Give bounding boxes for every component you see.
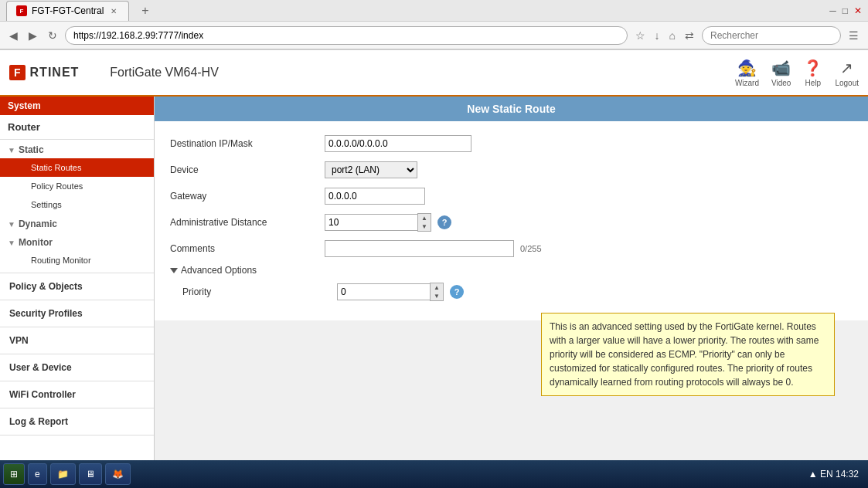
download-button[interactable]: ↓: [652, 28, 663, 43]
advanced-options-expand-icon: [170, 268, 178, 273]
priority-row: Priority ▲ ▼ ?: [170, 282, 853, 302]
tray-text: ▲ EN 14:32: [808, 469, 859, 480]
dest-ip-input[interactable]: [325, 135, 471, 152]
comments-label: Comments: [170, 243, 325, 254]
video-icon: 📹: [771, 59, 791, 77]
logo-text: RTINET: [30, 66, 80, 80]
close-window-button[interactable]: ✕: [854, 5, 862, 16]
sidebar-item-router[interactable]: Router: [0, 115, 154, 140]
start-icon: ⊞: [10, 469, 18, 480]
home-button[interactable]: ⌂: [666, 28, 679, 43]
new-tab-button[interactable]: +: [135, 1, 155, 21]
expand-dynamic-icon: ▼: [8, 220, 15, 229]
sidebar-item-policy-objects[interactable]: Policy & Objects: [0, 273, 154, 300]
device-control: port2 (LAN): [325, 161, 417, 178]
sync-button[interactable]: ⇄: [682, 28, 697, 43]
dynamic-label: Dynamic: [19, 219, 57, 229]
menu-button[interactable]: ☰: [846, 28, 862, 43]
admin-dist-label: Administrative Distance: [170, 217, 325, 228]
sidebar-item-security-profiles[interactable]: Security Profiles: [0, 300, 154, 327]
restore-button[interactable]: □: [842, 5, 848, 16]
expand-static-icon: ▼: [8, 146, 15, 154]
sidebar-item-wifi-controller[interactable]: WiFi Controller: [0, 381, 154, 408]
back-button[interactable]: ◀: [6, 28, 21, 43]
refresh-button[interactable]: ↻: [45, 28, 60, 43]
priority-spin-btns: ▲ ▼: [430, 283, 444, 301]
priority-input[interactable]: [337, 283, 430, 300]
comments-input[interactable]: [325, 240, 514, 257]
wizard-action[interactable]: 🧙 Wizard: [735, 59, 759, 87]
sidebar-item-log-report[interactable]: Log & Report: [0, 408, 154, 435]
admin-dist-input[interactable]: [325, 214, 417, 231]
video-label: Video: [771, 79, 791, 87]
admin-dist-up-button[interactable]: ▲: [418, 214, 431, 222]
admin-dist-spinner: ▲ ▼: [325, 213, 431, 232]
main-content: New Static Route Destination IP/Mask Dev…: [155, 97, 868, 488]
taskbar-firefox-button[interactable]: 🦊: [105, 463, 131, 485]
firefox-icon: 🦊: [112, 469, 124, 480]
gateway-row: Gateway: [170, 186, 853, 206]
priority-label: Priority: [182, 286, 337, 297]
form-area: Destination IP/Mask Device port2 (LAN) G…: [155, 121, 868, 320]
sidebar-item-policy-routes[interactable]: Policy Routes: [0, 177, 154, 195]
logout-label: Logout: [835, 79, 859, 87]
taskbar: ⊞ e 📁 🖥 🦊 ▲ EN 14:32: [0, 460, 868, 488]
priority-control: ▲ ▼ ?: [337, 283, 464, 301]
priority-tooltip: This is an advanced setting used by the …: [541, 313, 835, 396]
admin-dist-row: Administrative Distance ▲ ▼ ?: [170, 212, 853, 232]
sidebar-group-monitor[interactable]: ▼ Monitor: [0, 232, 154, 251]
device-label: Device: [170, 164, 325, 175]
priority-down-button[interactable]: ▼: [431, 292, 443, 300]
static-label: Static: [19, 144, 44, 155]
help-action[interactable]: ❓ Help: [803, 59, 822, 87]
video-action[interactable]: 📹 Video: [771, 59, 791, 87]
admin-dist-down-button[interactable]: ▼: [418, 222, 431, 231]
comments-control: 0/255: [325, 240, 542, 257]
taskbar-monitor-button[interactable]: 🖥: [79, 463, 102, 485]
sidebar-item-user-device[interactable]: User & Device: [0, 354, 154, 381]
sidebar-group-dynamic[interactable]: ▼ Dynamic: [0, 214, 154, 232]
sidebar-item-routing-monitor[interactable]: Routing Monitor: [0, 251, 154, 269]
sidebar-item-static-routes[interactable]: Static Routes: [0, 158, 154, 177]
dest-ip-control: [325, 135, 471, 152]
address-icons: ☆ ↓ ⌂ ⇄: [632, 28, 697, 43]
fortinet-logo: F RTINET: [9, 65, 79, 80]
device-select[interactable]: port2 (LAN): [325, 161, 417, 178]
tooltip-text: This is an advanced setting used by the …: [550, 321, 819, 388]
sidebar-item-settings[interactable]: Settings: [0, 195, 154, 214]
browser-tab[interactable]: F FGT-FGT-Central ✕: [6, 1, 129, 21]
gateway-input[interactable]: [325, 188, 425, 205]
admin-dist-spin-btns: ▲ ▼: [417, 213, 431, 232]
search-input[interactable]: [702, 26, 841, 45]
taskbar-folder-button[interactable]: 📁: [50, 463, 76, 485]
ie-icon: e: [35, 469, 40, 480]
device-row: Device port2 (LAN): [170, 160, 853, 180]
browser-chrome: F FGT-FGT-Central ✕ + ─ □ ✕ ◀ ▶ ↻ ☆ ↓ ⌂ …: [0, 0, 868, 50]
bookmark-button[interactable]: ☆: [632, 28, 648, 43]
sidebar: System Router ▼ Static Static Routes Pol…: [0, 97, 155, 488]
gateway-control: [325, 188, 425, 205]
logout-action[interactable]: ↗ Logout: [835, 59, 859, 87]
priority-help-icon[interactable]: ?: [450, 285, 464, 299]
wizard-label: Wizard: [735, 79, 759, 87]
app-layout: System Router ▼ Static Static Routes Pol…: [0, 97, 868, 488]
address-input[interactable]: [65, 26, 628, 45]
forward-button[interactable]: ▶: [26, 28, 40, 43]
gateway-label: Gateway: [170, 191, 325, 202]
wizard-icon: 🧙: [737, 59, 757, 77]
system-section-label: System: [0, 97, 154, 115]
advanced-options-toggle[interactable]: Advanced Options: [170, 265, 853, 276]
folder-icon: 📁: [57, 469, 69, 480]
minimize-button[interactable]: ─: [829, 5, 836, 16]
monitor-icon: 🖥: [86, 469, 95, 480]
header-actions: 🧙 Wizard 📹 Video ❓ Help ↗ Logout: [735, 59, 859, 87]
sidebar-item-vpn[interactable]: VPN: [0, 327, 154, 354]
taskbar-ie-button[interactable]: e: [28, 463, 47, 485]
start-button[interactable]: ⊞: [3, 463, 25, 485]
tab-close-button[interactable]: ✕: [108, 5, 119, 16]
priority-up-button[interactable]: ▲: [431, 283, 443, 292]
sidebar-group-static[interactable]: ▼ Static: [0, 140, 154, 158]
address-bar: ◀ ▶ ↻ ☆ ↓ ⌂ ⇄ ☰: [0, 22, 868, 49]
admin-dist-help-icon[interactable]: ?: [437, 215, 451, 229]
logout-icon: ↗: [840, 59, 853, 77]
